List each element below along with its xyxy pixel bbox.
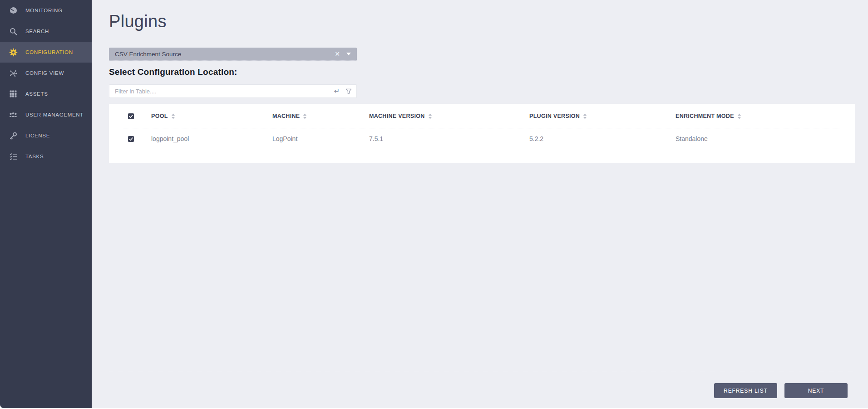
main-content: Plugins CSV Enrichment Source ✕ Select C… [92, 0, 868, 408]
page-title: Plugins [109, 12, 855, 31]
cell-machine: LogPoint [272, 135, 369, 142]
column-header-machine[interactable]: MACHINE [272, 113, 369, 119]
filter-input[interactable] [109, 85, 334, 97]
cell-machine-version: 7.5.1 [369, 135, 529, 142]
sidebar-item-config-view[interactable]: CONFIG VIEW [0, 63, 92, 83]
gear-icon [9, 48, 18, 57]
row-checkbox[interactable] [128, 136, 134, 142]
table-row[interactable]: logpoint_pool LogPoint 7.5.1 5.2.2 Stand… [109, 128, 855, 149]
footer-divider [109, 372, 855, 372]
sidebar-item-label: ASSETS [25, 91, 48, 97]
sort-icon [303, 113, 307, 119]
sidebar-item-label: CONFIGURATION [25, 49, 73, 55]
next-button[interactable]: NEXT [784, 383, 848, 398]
plugin-type-value: CSV Enrichment Source [115, 51, 335, 58]
sidebar-item-search[interactable]: SEARCH [0, 21, 92, 42]
plugin-type-select[interactable]: CSV Enrichment Source ✕ [109, 48, 357, 61]
grid-icon [9, 89, 18, 98]
search-icon [9, 27, 18, 36]
cell-pool: logpoint_pool [151, 135, 272, 142]
sidebar-item-monitoring[interactable]: MONITORING [0, 0, 92, 21]
sort-icon [583, 113, 587, 119]
sidebar-item-license[interactable]: LICENSE [0, 125, 92, 146]
sidebar-item-label: MONITORING [25, 8, 63, 13]
sidebar-item-label: TASKS [25, 154, 44, 159]
cell-enrichment-mode: Standalone [676, 135, 855, 142]
select-all-checkbox[interactable] [128, 113, 134, 119]
network-icon [9, 68, 18, 78]
caret-down-icon[interactable] [346, 53, 351, 55]
section-label: Select Configuration Location: [109, 67, 855, 77]
sort-icon [737, 113, 741, 119]
sidebar-item-tasks[interactable]: TASKS [0, 146, 92, 167]
sidebar-item-label: LICENSE [25, 133, 50, 138]
plugins-table: POOL MACHINE MACHINE VERSION [109, 104, 855, 163]
sidebar-item-label: CONFIG VIEW [25, 70, 64, 76]
cell-plugin-version: 5.2.2 [529, 135, 676, 142]
x-icon[interactable]: ✕ [335, 51, 340, 57]
column-header-machine-version[interactable]: MACHINE VERSION [369, 113, 529, 119]
key-icon [9, 131, 18, 140]
table-filter: ↵ [109, 84, 357, 98]
sort-icon [428, 113, 432, 119]
column-header-plugin-version[interactable]: PLUGIN VERSION [529, 113, 676, 119]
table-footer-spacer [109, 149, 855, 163]
sidebar: MONITORING SEARCH [0, 0, 92, 408]
column-header-enrichment-mode[interactable]: ENRICHMENT MODE [676, 113, 855, 119]
sidebar-item-user-management[interactable]: USER MANAGEMENT [0, 104, 92, 125]
table-header-row: POOL MACHINE MACHINE VERSION [109, 104, 855, 128]
filter-funnel-icon[interactable] [345, 88, 352, 94]
refresh-list-button[interactable]: REFRESH LIST [714, 383, 777, 398]
gauge-icon [9, 6, 18, 15]
users-icon [9, 110, 18, 119]
column-header-pool[interactable]: POOL [151, 113, 272, 119]
sidebar-item-assets[interactable]: ASSETS [0, 83, 92, 104]
footer-buttons: REFRESH LIST NEXT [714, 383, 848, 398]
return-icon: ↵ [334, 87, 340, 95]
tasks-icon [9, 152, 18, 161]
sort-icon [171, 113, 175, 119]
sidebar-item-configuration[interactable]: CONFIGURATION [0, 42, 92, 63]
sidebar-item-label: SEARCH [25, 29, 49, 34]
sidebar-item-label: USER MANAGEMENT [25, 112, 84, 117]
app-window: MONITORING SEARCH [0, 0, 868, 408]
